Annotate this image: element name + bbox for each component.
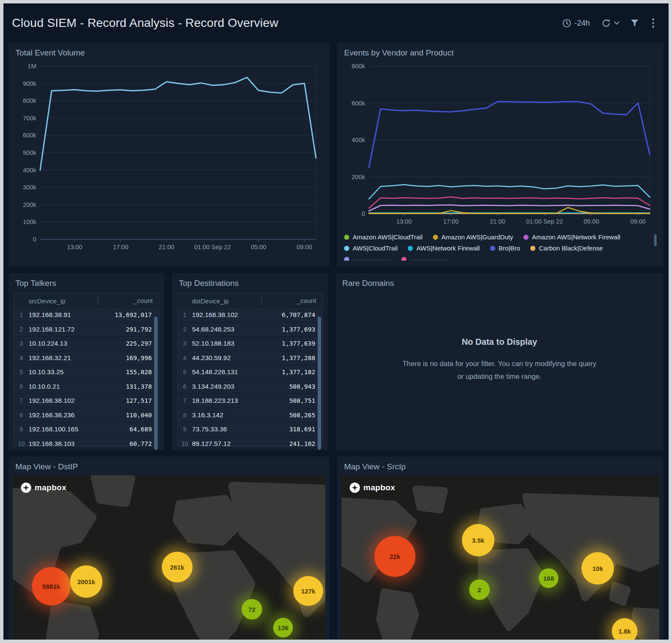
no-data-text-line2: or updating the time range. xyxy=(336,371,663,382)
col-count-header[interactable]: _count xyxy=(98,297,159,305)
mapbox-icon xyxy=(349,482,360,493)
svg-text:0: 0 xyxy=(362,210,365,217)
time-range-control[interactable]: -24h xyxy=(562,19,590,28)
svg-text:05:00: 05:00 xyxy=(584,218,599,225)
legend-scrollbar[interactable] xyxy=(654,234,657,246)
table-row: 4192.168.32.21169,996 xyxy=(14,351,159,366)
map-dstip[interactable]: mapbox 5881k2001k261k127k72136 xyxy=(13,475,325,640)
legend-dot xyxy=(401,257,406,261)
table-row: 1192.168.38.9113,692,017 xyxy=(14,308,159,323)
legend-item-clipped[interactable]: —————— xyxy=(401,256,448,261)
table-scrollbar[interactable] xyxy=(318,317,321,450)
svg-text:09:00: 09:00 xyxy=(297,244,312,250)
legend-dot xyxy=(433,235,438,240)
map-bubble[interactable]: 72 xyxy=(242,599,262,620)
table-row: 1089.127.57.12241,102 xyxy=(178,437,322,447)
events-by-vendor-chart[interactable]: 0200k400k600k800k13:0017:0021:0001:00 Se… xyxy=(344,61,656,228)
table-row: 718.188.223.213508,751 xyxy=(178,394,322,408)
mapbox-logo[interactable]: mapbox xyxy=(20,482,67,493)
svg-text:13:00: 13:00 xyxy=(396,218,412,225)
svg-text:100k: 100k xyxy=(23,218,37,225)
map-bubble[interactable]: 261k xyxy=(162,552,193,582)
panel-total-event-volume: Total Event Volume 0100k200k300k400k500k… xyxy=(9,43,330,267)
table-row: 2192.168.121.72291,792 xyxy=(14,323,159,337)
col-ip-header[interactable]: dstDevice_ip xyxy=(192,297,261,305)
table-row: 9192.168.100.16564,689 xyxy=(14,422,159,437)
panel-map-dstip: Map View - DstIP mapbox 5881k2001k261k12… xyxy=(9,457,330,640)
dashboard: Cloud SIEM - Record Analysis - Record Ov… xyxy=(3,3,669,640)
chevron-down-icon xyxy=(614,21,619,25)
legend-dot xyxy=(408,246,413,251)
panel-title: Map View - SrcIp xyxy=(337,457,663,474)
map-bubble[interactable]: 136 xyxy=(273,618,293,637)
no-data-message: No Data to Display There is no data for … xyxy=(336,337,663,384)
map-srcip[interactable]: mapbox 22k3.5k216810k1.8k xyxy=(342,475,659,640)
svg-text:0: 0 xyxy=(33,236,36,243)
panel-rare-domains: Rare Domains No Data to Display There is… xyxy=(336,273,663,450)
refresh-control[interactable] xyxy=(601,19,619,28)
svg-text:500k: 500k xyxy=(23,149,37,156)
filter-icon[interactable] xyxy=(631,19,639,27)
time-range-label: -24h xyxy=(574,19,590,28)
panel-title: Total Event Volume xyxy=(9,43,330,60)
map-bubble[interactable]: 3.5k xyxy=(462,524,494,556)
svg-text:600k: 600k xyxy=(352,100,365,107)
panel-title: Top Destinations xyxy=(172,273,328,291)
legend-item[interactable]: AWS|CloudTrail xyxy=(344,244,397,252)
map-bubble[interactable]: 127k xyxy=(293,576,323,606)
svg-text:800k: 800k xyxy=(23,97,37,104)
legend-dot xyxy=(344,246,349,251)
svg-text:200k: 200k xyxy=(352,174,365,180)
svg-text:01:00 Sep 22: 01:00 Sep 22 xyxy=(194,244,231,250)
svg-text:21:00: 21:00 xyxy=(159,244,174,250)
legend-item[interactable]: Amazon AWS|Network Firewall xyxy=(523,233,620,241)
no-data-title: No Data to Display xyxy=(336,337,663,347)
legend-item[interactable]: Carbon Black|Defense xyxy=(530,244,603,252)
legend-dot xyxy=(490,246,495,251)
svg-text:400k: 400k xyxy=(23,167,37,174)
map-bubble[interactable]: 5881k xyxy=(32,567,70,605)
legend-item[interactable]: Bro|Bro xyxy=(490,244,520,252)
table-row: 8192.168.38.236110,040 xyxy=(14,408,159,423)
panel-top-talkers: Top Talkers srcDevice_ip_count 1192.168.… xyxy=(9,273,164,450)
svg-text:09:00: 09:00 xyxy=(630,218,646,225)
svg-text:300k: 300k xyxy=(23,184,37,191)
map-bubble[interactable]: 2001k xyxy=(70,565,102,598)
table-row: 510.10.33.25155,828 xyxy=(14,365,159,380)
mapbox-logo[interactable]: mapbox xyxy=(349,482,395,493)
svg-text:01:00 Sep 22: 01:00 Sep 22 xyxy=(526,218,563,225)
top-destinations-table: dstDevice_ip_count 1192.168.38.1026,707,… xyxy=(177,293,323,447)
map-bubble[interactable]: 2 xyxy=(469,579,490,600)
total-event-volume-chart[interactable]: 0100k200k300k400k500k600k700k800k900k1M1… xyxy=(15,61,322,254)
table-body: 1192.168.38.9113,692,0172192.168.121.722… xyxy=(14,308,159,446)
page-title: Cloud SIEM - Record Analysis - Record Ov… xyxy=(12,16,278,30)
col-ip-header[interactable]: srcDevice_ip xyxy=(29,297,98,305)
legend-item[interactable]: Amazon AWS|GuardDuty xyxy=(433,233,513,241)
svg-text:900k: 900k xyxy=(23,80,37,87)
panel-top-destinations: Top Destinations dstDevice_ip_count 1192… xyxy=(172,273,328,450)
svg-text:600k: 600k xyxy=(23,132,37,139)
map-bubble[interactable]: 10k xyxy=(581,552,614,585)
map-bubble[interactable]: 22k xyxy=(374,536,415,577)
kebab-menu-icon[interactable] xyxy=(650,17,657,29)
legend-dot xyxy=(344,257,349,261)
svg-text:700k: 700k xyxy=(23,115,37,122)
legend-dot xyxy=(344,235,349,240)
svg-text:13:00: 13:00 xyxy=(67,244,82,250)
legend-item[interactable]: Amazon AWS|CloudTrail xyxy=(344,233,423,241)
table-row: 610.10.0.21131,378 xyxy=(14,380,159,394)
panel-title: Top Talkers xyxy=(9,273,164,291)
col-count-header[interactable]: _count xyxy=(261,297,322,305)
table-scrollbar[interactable] xyxy=(154,317,158,450)
dashboard-header: Cloud SIEM - Record Analysis - Record Ov… xyxy=(3,3,669,43)
no-data-text-line1: There is no data for your filter. You ca… xyxy=(336,358,663,369)
table-row: 254.68.248.2531,377,693 xyxy=(178,323,322,337)
table-row: 83.16.3.142508,265 xyxy=(178,408,322,423)
clock-icon xyxy=(562,19,571,28)
legend-item[interactable]: AWS|Network Firewall xyxy=(408,244,479,252)
table-row: 7192.168.38.102127,517 xyxy=(14,394,159,408)
map-bubble[interactable]: 168 xyxy=(539,568,558,588)
svg-text:17:00: 17:00 xyxy=(113,244,128,250)
svg-text:200k: 200k xyxy=(23,201,37,208)
legend-item-clipped[interactable]: —————— xyxy=(344,256,391,261)
